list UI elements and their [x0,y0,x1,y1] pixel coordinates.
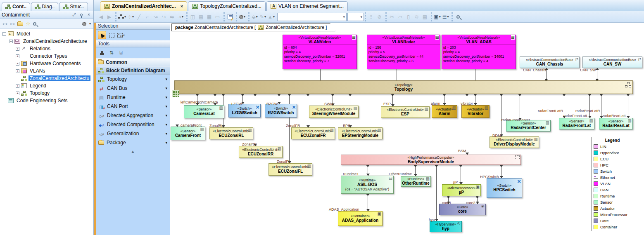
node-cameralat[interactable]: «Sensor»CameraLat [184,105,224,118]
gear-caret-icon[interactable]: ▾ [89,22,91,26]
dropdown-caret-icon[interactable]: ▾ [124,15,126,19]
dock-tab-cont[interactable]: Cont.. [2,2,30,11]
node-p[interactable]: «MicroProcessor»µP [442,184,481,196]
collapse-tool-icon[interactable]: ⍓ [117,49,125,57]
node-can-sw[interactable]: «AbstractCommunicationBus»CAN_SW [582,56,642,68]
diagram-info-icon[interactable] [226,13,233,21]
node-hpcswitch[interactable]: «Switch»HPCSwitch [487,178,522,198]
node-vlan-adas[interactable]: «VirtualLocalAreaNetwork»VLAN_ADASid = 2… [442,35,516,69]
float-panel-icon[interactable]: ⤢ [71,12,77,18]
tree-item-hardware-components[interactable]: +Hardware Components [0,60,93,67]
dropdown-caret-icon[interactable]: ▾ [165,132,167,136]
node-radarrearlat[interactable]: «Sensor»RadarRearLat [599,118,633,129]
tree-item-connector-types[interactable]: +Connector Types [0,52,93,60]
tree-item-zonalcentralizedarchitecture[interactable]: −ZonalCentralizedArchitecture [0,38,93,45]
expand-icon[interactable]: + [16,69,19,73]
dropdown-caret-icon[interactable]: ▾ [447,15,449,19]
node-bodysupervisormodule[interactable]: «HighPerformanceComputer»BodySupervisorM… [341,155,521,165]
expand-icon[interactable]: + [16,54,19,58]
palette-item-generalization[interactable]: Generalization▾ [96,129,170,138]
search-icon[interactable] [33,22,36,26]
gear-icon[interactable] [82,22,86,26]
dropdown-caret-icon[interactable]: ▾ [439,15,441,19]
collapse-icon[interactable]: − [2,32,6,36]
legend-box[interactable]: LegendLINHypervisorECUHPCSwitchEthernetV… [592,137,633,231]
dropdown-caret-icon[interactable]: ▾ [165,141,167,145]
diagram-tab-zonalcentralizedarchitec[interactable]: ZonalCentralizedArchitec...× [100,1,187,11]
palette-item-can-port[interactable]: CAN Port▾ [96,102,170,111]
stamp-tool-icon[interactable] [98,49,106,57]
node-driverdisplaymodule[interactable]: «ElectronicControlUnit»DriverDisplayModu… [490,136,539,148]
dropdown-caret-icon[interactable]: ▾ [165,104,167,108]
tree-item-legend[interactable]: +Legend [0,82,93,89]
tree-item-zonalcentralizedarchitectu[interactable]: ZonalCentralizedArchitectu [0,75,93,82]
open-folder-icon[interactable] [17,22,23,26]
dropdown-caret-icon[interactable]: ▾ [244,15,245,19]
node-vlanradar[interactable]: «VirtualLocalAreaNetwork»VLANRadarid = 1… [367,35,440,69]
collapse-icon[interactable]: − [9,40,13,43]
node-vlanvideo[interactable]: «VirtualLocalAreaNetwork»VLANVideoid = 6… [283,35,357,69]
zoom-search-icon[interactable] [454,13,461,21]
node-esp[interactable]: «ElectronicControlUnit»ESP [381,106,430,118]
expand-icon[interactable]: + [16,84,19,88]
node-otherruntime[interactable]: «Runtime»OtherRuntime [401,176,431,187]
show-elements-icon[interactable]: ▣▾ [434,13,441,21]
tree-item-vlans[interactable]: +VLANs [0,67,93,75]
tree-item-model[interactable]: −Model [0,30,93,38]
node-camerafront[interactable]: «Sensor»CameraFront [171,127,205,140]
close-tab-icon[interactable]: × [181,4,183,9]
toolbar-combobox[interactable]: ▾ [277,13,347,21]
close-panel-icon[interactable]: × [86,12,92,18]
palette-collapse-arrow[interactable]: ▲ [96,147,170,155]
dock-tab-diag[interactable]: Diag.. [31,2,58,11]
settings-gear-icon[interactable]: ▾ [239,13,246,21]
pin-panel-icon[interactable] [78,12,84,18]
node-vibrator[interactable]: «Actuator»Vibrator [461,105,490,118]
dropdown-caret-icon[interactable]: ▾ [165,122,167,127]
diagram-tab-topologyzonalcentralized[interactable]: TopologyZonalCentralized... [188,1,266,11]
expand-tool-icon[interactable]: ⇅ [107,49,116,57]
group-select-icon[interactable]: ▾ [117,31,125,39]
toolbar-combobox[interactable]: ▾ [347,13,364,21]
tree-item-code-engineering-sets[interactable]: Code Engineering Sets [0,97,93,104]
display-options-icon[interactable]: ☰▾ [442,13,449,21]
node-radarfrontlat[interactable]: «Sensor»RadarFrontLat [559,118,594,129]
node-hyp[interactable]: «Hypervisor»hyp [430,221,462,232]
expand-icon[interactable]: + [16,62,19,66]
dropdown-caret-icon[interactable]: ▾ [123,33,125,37]
palette-item-runtime[interactable]: Runtime▾ [96,93,170,102]
palette-group-block-definition-diagram[interactable]: Block Definition Diagram [96,66,170,75]
node-ecuzonalrl[interactable]: «ElectronicControlUnit»ECUZonalRL [209,127,253,139]
node-alarm[interactable]: «Actuator»Alarm [432,105,457,118]
dropdown-caret-icon[interactable]: ▾ [165,95,167,99]
node-adas-application[interactable]: «Container»ADAS_Application [338,211,383,226]
node-epsteeringmodule[interactable]: «ElectronicControlUnit»EPSteeringModule [338,127,383,139]
pointer-tool-icon[interactable] [98,31,106,39]
tree-item-topology[interactable]: +Topology [0,89,93,97]
palette-group-common[interactable]: Common [96,58,170,66]
palette-item-package[interactable]: Package▾ [96,138,170,147]
diagram-tab-vlan-on-ethernet-segment[interactable]: VLAN on Ethernet Segment... [266,1,348,11]
palette-item-directed-aggregation[interactable]: Directed Aggregation▾ [96,111,170,120]
node-topology[interactable]: «Topology»Topology [174,80,633,94]
expand-icon[interactable]: + [16,47,19,51]
update-selection-icon[interactable]: ⊷ [10,21,15,27]
tree-item-relations[interactable]: +Relations [0,45,93,52]
node-ecuzonalfl[interactable]: «ElectronicControlUnit»ECUZonalFL [269,163,312,176]
marquee-select-icon[interactable] [107,31,116,39]
dock-tab-struc[interactable]: Struc.. [59,2,88,11]
palette-item-directed-composition[interactable]: Directed Composition▾ [96,120,170,129]
dropdown-caret-icon[interactable]: ▾ [165,86,167,90]
diagram-canvas[interactable]: package ZonalCentralizedArchitecture [ Z… [170,23,644,235]
update-tree-icon[interactable]: ⊶ [2,21,7,27]
node-ecuzonalfr[interactable]: «ElectronicControlUnit»ECUZonalFR [291,127,335,139]
node-asil-bos[interactable]: «Runtime»ASIL-BOS{os = "AUTOSAR Adaptive… [341,176,394,194]
dropdown-caret-icon[interactable]: ▾ [165,113,167,118]
palette-item-can-bus[interactable]: CAN Bus▾ [96,84,170,93]
node-core[interactable]: «Core»core [439,204,486,215]
node-can-chassis[interactable]: «AbstractCommunicationBus»CAN_Chassis [520,56,580,68]
node-ecuzonalrr[interactable]: «ElectronicControlUnit»ECUZonalRR [239,146,283,158]
diagram-tree-icon[interactable]: ▾ [118,13,126,21]
expand-icon[interactable]: + [16,92,19,95]
dropdown-caret-icon[interactable]: ▾ [165,77,167,81]
